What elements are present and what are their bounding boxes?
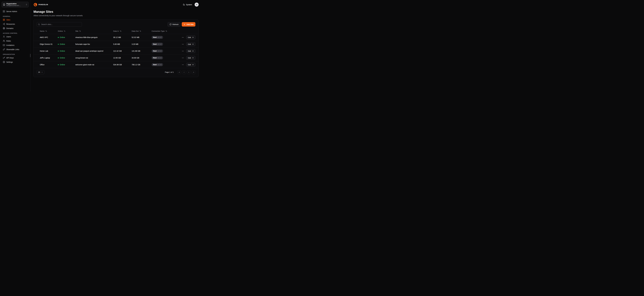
sort-icon [64, 30, 66, 32]
sidebar-item-label: Shareable Links [6, 48, 19, 50]
ellipsis-icon [182, 43, 184, 45]
row-menu-button[interactable] [182, 50, 184, 52]
sidebar-item-invitations[interactable]: Invitations [2, 43, 29, 47]
cell-name: Home Lab [40, 50, 58, 52]
sidebar-item-resources[interactable]: Resources [2, 22, 29, 26]
sidebar-item-roles[interactable]: Roles [2, 39, 29, 43]
edit-button[interactable]: Edit [186, 49, 196, 53]
row-menu-button[interactable] [182, 43, 184, 46]
sort-icon [166, 30, 167, 32]
chevron-right-icon [188, 71, 190, 73]
toolbar-actions: Refresh Add Site [168, 22, 196, 26]
sort-icon [45, 30, 47, 32]
search-icon [38, 24, 40, 26]
last-page-button[interactable] [192, 70, 196, 74]
first-page-button[interactable] [177, 70, 181, 74]
sidebar-item-label: Domains [6, 27, 14, 29]
add-site-button[interactable]: Add Site [182, 22, 196, 26]
sidebar-item-label: Server Admin [6, 10, 17, 12]
theme-label: System [186, 4, 192, 6]
connection-version: v1.3.2 [158, 64, 162, 66]
sites-card: Refresh Add Site Name Online [33, 20, 198, 77]
sidebar-item-users[interactable]: Users [2, 34, 29, 39]
theme-toggle[interactable]: System [183, 4, 192, 6]
table-footer: 20 Page 1 of 1 [34, 68, 198, 77]
online-label: Online [60, 64, 65, 66]
cell-online: Online [58, 50, 75, 52]
row-menu-button[interactable] [182, 36, 184, 39]
arrow-right-icon [192, 64, 194, 66]
edit-button[interactable]: Edit [186, 42, 196, 46]
column-header-connection-type[interactable]: Connection Type [152, 30, 176, 32]
refresh-button[interactable]: Refresh [168, 22, 180, 26]
cell-actions: Edit [176, 56, 196, 60]
arrow-right-icon [192, 50, 194, 52]
row-menu-button[interactable] [182, 56, 184, 59]
column-header-online[interactable]: Online [58, 30, 75, 32]
cell-actions: Edit [176, 42, 196, 46]
gear-icon [3, 61, 5, 63]
key-icon [3, 57, 5, 59]
cell-site: fortunate-cape-fox [75, 43, 113, 45]
chevrons-up-down-icon [26, 4, 27, 6]
connection-name: Newt [153, 36, 157, 38]
ellipsis-icon [182, 57, 184, 59]
avatar[interactable]: M [194, 2, 198, 6]
previous-page-button[interactable] [182, 70, 186, 74]
sidebar-item-shareable-links[interactable]: Shareable Links [2, 47, 29, 52]
column-label: Name [40, 30, 44, 32]
sidebar-item-sites[interactable]: Sites [2, 18, 29, 22]
cell-online: Online [58, 64, 75, 66]
cell-data-out: 3.20 MB [132, 43, 152, 45]
sidebar-resize-handle[interactable] [30, 54, 30, 57]
user-icon [3, 36, 5, 38]
sidebar-nav: Server Admin GENERAL Sites Resources Dom [2, 9, 29, 64]
connection-badge: Newtv1.3.2 [152, 63, 163, 66]
column-header-data-in[interactable]: Data In [113, 30, 132, 32]
main-area: PANGOLIN System M Manage Sites Allow con… [30, 0, 202, 92]
pager-buttons [177, 70, 196, 74]
brand[interactable]: PANGOLIN [34, 3, 48, 6]
column-header-name[interactable]: Name [40, 30, 58, 32]
column-header-site[interactable]: Site [75, 30, 113, 32]
card-toolbar: Refresh Add Site [34, 20, 198, 28]
connection-version: v1.3.2 [158, 43, 162, 45]
sidebar-item-server-admin[interactable]: Server Admin [2, 9, 29, 14]
search-input[interactable] [41, 23, 80, 26]
connection-badge: Newtv1.3.2 [152, 43, 163, 46]
connection-badge: Newtv1.3.2 [152, 56, 163, 60]
next-page-button[interactable] [187, 70, 190, 74]
cell-name: Office [40, 64, 58, 66]
search-box [36, 22, 82, 26]
edit-label: Edit [188, 43, 191, 45]
table-row: Jeff's Laptop Online smug-brown-rat 12.6… [34, 54, 198, 61]
online-dot-icon [58, 64, 59, 65]
page-size-select[interactable]: 20 [36, 70, 44, 74]
sidebar-item-api-keys[interactable]: API Keys [2, 56, 29, 60]
edit-button[interactable]: Edit [186, 56, 196, 60]
org-selector[interactable]: Organization milo@fossorial.io's ... [2, 2, 29, 8]
arrow-right-icon [192, 43, 194, 45]
cell-data-in: 534.98 GB [113, 64, 132, 66]
sidebar-item-label: API Keys [6, 57, 14, 59]
connection-badge: Newtv1.3.2 [152, 50, 163, 52]
cell-connection-type: Newtv1.3.2 [152, 56, 176, 60]
cell-site: vivacious-little-blue-penguin [75, 36, 113, 38]
moon-icon [183, 4, 185, 6]
sidebar-item-domains[interactable]: Domains [2, 26, 29, 30]
row-menu-button[interactable] [182, 63, 184, 66]
sidebar-item-settings[interactable]: Settings [2, 60, 29, 64]
edit-button[interactable]: Edit [186, 63, 196, 66]
cell-data-out: 34.80 GB [132, 57, 152, 59]
cell-name: AWS VPC [40, 36, 58, 38]
edit-button[interactable]: Edit [186, 36, 196, 39]
cell-data-out: 52.02 MB [132, 36, 152, 38]
users-icon [3, 40, 5, 42]
org-label: Organization [6, 3, 24, 5]
arrow-right-icon [192, 57, 194, 59]
column-header-data-out[interactable]: Data Out [132, 30, 152, 32]
sidebar-item-label: Resources [6, 23, 15, 25]
column-label: Online [58, 30, 63, 32]
sort-icon [79, 30, 81, 32]
server-icon [3, 10, 5, 12]
